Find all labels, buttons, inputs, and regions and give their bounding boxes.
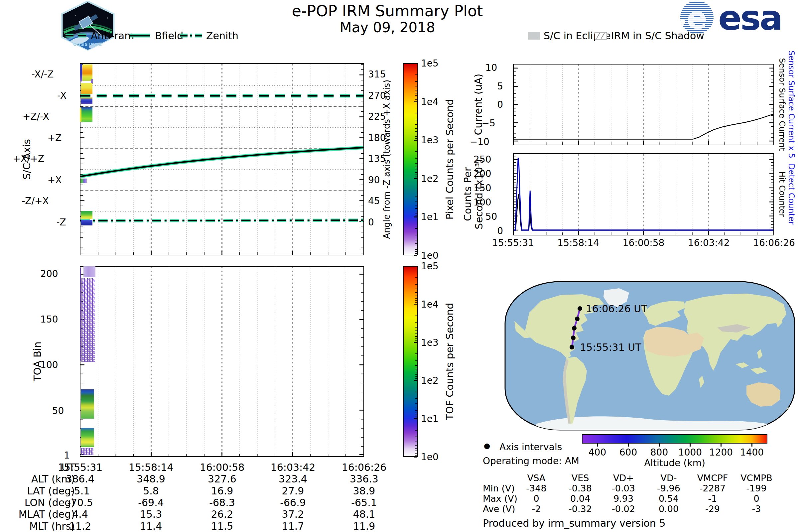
tof-cb-tick (414, 266, 417, 267)
et-mlat-3: 37.2 (282, 508, 304, 520)
pixel-cb-minortick (415, 202, 417, 202)
current-ytick: 0 (497, 99, 503, 110)
alt-cb-ticklabel: 800 (650, 447, 668, 458)
track-point (570, 345, 574, 349)
et-lon-1: -69.4 (138, 497, 164, 508)
alt-cb-ticklabel: 1400 (740, 447, 764, 458)
counts-ytick: 250 (474, 154, 491, 165)
tof-colorbar-title: TOF Counts per Second (444, 303, 456, 420)
tof-cb-tick (414, 418, 417, 419)
counts-ytick: 200 (474, 168, 491, 179)
sc-axis-plot (80, 63, 364, 255)
vt-row-max: Max (V) (483, 493, 517, 504)
pixel-cb-minortick (415, 213, 417, 213)
vt-min-vsa: -348 (526, 483, 546, 493)
et-mlat-4: 48.1 (353, 508, 375, 520)
et-lat-3: 27.9 (282, 485, 304, 497)
toa-spectrogram-patch (81, 278, 95, 362)
tof-cb: 1e5 (421, 261, 439, 272)
legend-anti-ram: Anti-ram (91, 30, 134, 41)
et-lat-2: 16.9 (211, 485, 233, 497)
pixel-cb-minortick (415, 120, 417, 120)
esa-wordmark: esa (718, 0, 782, 35)
toa-spectrogram-patch (83, 266, 95, 277)
counts-right-label-outer: Detect Counter (787, 164, 796, 225)
sc-ytick-left: -X/-Z (32, 69, 54, 80)
tof-cb-minortick (415, 296, 417, 296)
sc-spectrogram-patch (80, 108, 81, 122)
et-row-mlat: MLAT (deg) (19, 508, 75, 520)
sc-ytick-left: +Z (48, 132, 62, 143)
right-time-tick: 15:58:14 (557, 238, 599, 248)
et-lon-3: -66.9 (280, 497, 306, 508)
tof-cb-minortick (415, 376, 417, 377)
footer-version: Produced by irm_summary version 5 (483, 517, 665, 529)
track-point (571, 336, 575, 340)
pixel-cb-tick (414, 140, 417, 141)
pixel-cb-minortick (415, 128, 417, 129)
tof-cb-minortick (415, 451, 417, 451)
vt-ave-vmcpf: -29 (705, 504, 720, 514)
tof-cb-minortick (415, 300, 417, 301)
vt-min-vdm: -9.96 (657, 483, 680, 493)
tof-cb-minortick (415, 407, 417, 407)
sc-ytick-right: 135 (368, 153, 386, 164)
pixel-cb-minortick (415, 235, 417, 236)
et-ut-4: 16:06:26 (342, 461, 387, 473)
alt-cb-ticklabel: 400 (589, 447, 606, 458)
pixel-cb-minortick (415, 253, 417, 254)
et-ut-0: 15:55:31 (58, 461, 103, 473)
tof-cb-minortick (415, 374, 417, 375)
pixel-cb-minortick (415, 174, 417, 175)
tof-cb-minortick (415, 453, 417, 454)
tof-cb-minortick (415, 341, 417, 341)
alt-cb-ticklabel: 1000 (678, 447, 702, 458)
tof-cb-minortick (415, 339, 417, 339)
page-date: May 09, 2018 (340, 19, 435, 36)
tof-cb: 1e1 (421, 413, 439, 424)
tof-cb-minortick (415, 298, 417, 299)
world-map (505, 281, 795, 431)
legend-shadow: IRM in S/C Shadow (611, 30, 704, 41)
pixel-cb-minortick (415, 134, 417, 134)
pixel-cb-minortick (415, 113, 417, 114)
tof-cb-minortick (415, 330, 417, 331)
vt-max-vdm: 0.54 (659, 493, 679, 504)
pixel-cb-minortick (415, 170, 417, 170)
sc-ytick-left: -X (57, 90, 66, 101)
tof-cb: 1e4 (421, 299, 439, 309)
pixel-cb-minortick (415, 138, 417, 139)
legend-zenith: Zenith (206, 30, 239, 41)
et-lon-0: -70.5 (67, 497, 93, 508)
tof-cb-minortick (415, 372, 417, 373)
toa-spectrogram-patch (81, 390, 94, 419)
pixel-cb-minortick (415, 163, 417, 164)
et-mlt-1: 11.4 (140, 520, 162, 532)
vt-max-vdp: 9.93 (613, 493, 633, 504)
sc-spectrogram-patch (81, 107, 92, 122)
et-alt-4: 336.3 (350, 473, 378, 485)
tof-cb-minortick (415, 430, 417, 431)
tof-cb-minortick (415, 392, 417, 392)
pixel-cb-minortick (415, 172, 417, 173)
cassiope-patch-icon: CASSIOPE (59, 1, 116, 51)
sc-ytick-left: +Z/-X (23, 111, 49, 122)
esa-logo-icon: e esa (675, 0, 796, 35)
tof-cb-tick (414, 342, 417, 343)
vt-row-ave: Ave (V) (483, 504, 515, 514)
vt-ave-vsa: -2 (532, 504, 541, 514)
sc-spectrogram-patch (81, 64, 92, 81)
tof-cb-minortick (415, 398, 417, 399)
altitude-colorbar (582, 434, 767, 443)
tof-cb-minortick (415, 302, 417, 303)
tof-cb-minortick (415, 417, 417, 417)
track-point (575, 317, 580, 321)
vt-col-vmcpf: VMCPF (697, 473, 728, 483)
pixel-cb: 1e0 (421, 250, 439, 261)
pixel-cb: 1e2 (421, 173, 439, 184)
tof-cb-minortick (415, 448, 417, 449)
sc-spectrogram-patch (80, 178, 87, 183)
pixel-cb-minortick (415, 167, 417, 167)
alt-cb-tick (597, 443, 598, 446)
et-lon-2: -68.3 (209, 497, 235, 508)
